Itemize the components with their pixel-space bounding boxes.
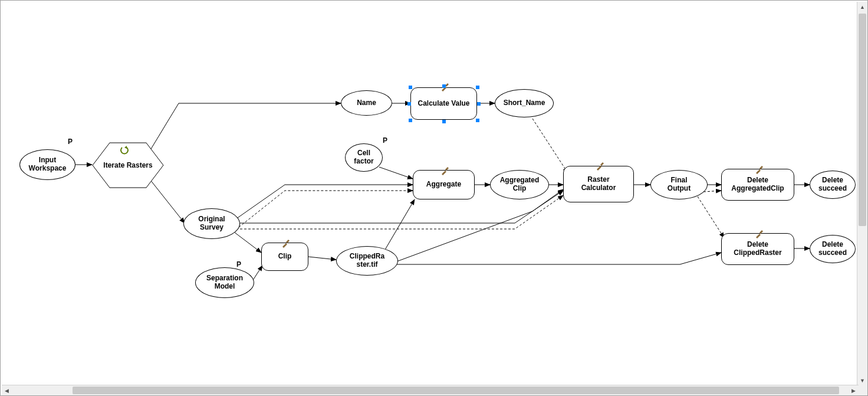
data-node-separation-model[interactable]: Separation Model	[195, 267, 254, 298]
scroll-left-arrow-icon[interactable]: ◀	[2, 385, 12, 395]
data-node-final-output[interactable]: Final Output	[650, 170, 708, 199]
node-label: Calculate Value	[417, 100, 469, 108]
selection-handle[interactable]	[476, 119, 479, 122]
node-label: Cell factor	[354, 149, 373, 166]
selection-handle[interactable]	[476, 86, 479, 89]
selection-handle[interactable]	[409, 119, 412, 122]
data-node-original-survey[interactable]: Original Survey	[183, 208, 240, 239]
node-label: Delete ClippedRaster	[734, 241, 781, 257]
vertical-scrollbar[interactable]: ▲ ▼	[857, 2, 867, 385]
selection-handle[interactable]	[409, 86, 412, 89]
tool-node-calculate-value[interactable]: Calculate Value	[410, 87, 477, 120]
hammer-icon	[596, 162, 604, 171]
hammer-icon	[755, 166, 763, 174]
data-node-short-name[interactable]: Short_Name	[495, 89, 554, 117]
node-label: Delete succeed	[818, 241, 847, 257]
scrollbar-corner	[857, 385, 867, 395]
data-node-cell-factor[interactable]: Cell factor	[345, 143, 383, 172]
node-label: ClippedRa ster.tif	[350, 253, 384, 269]
scroll-up-arrow-icon[interactable]: ▲	[857, 2, 867, 12]
selection-handle[interactable]	[477, 102, 481, 106]
iterator-loop-icon	[120, 145, 129, 155]
data-node-input-workspace[interactable]: Input Workspace	[19, 149, 75, 180]
hammer-icon	[281, 240, 290, 248]
node-label: Final Output	[668, 176, 691, 193]
data-node-name[interactable]: Name	[341, 90, 392, 116]
model-builder-window: P Input Workspace Iterate Rasters Name C…	[0, 0, 868, 396]
vertical-scroll-thumb[interactable]	[859, 14, 866, 226]
diagram-canvas[interactable]: P Input Workspace Iterate Rasters Name C…	[2, 2, 859, 385]
data-node-delete-succeed-1[interactable]: Delete succeed	[810, 171, 856, 199]
node-label: Input Workspace	[29, 156, 67, 173]
node-label: Delete succeed	[818, 176, 847, 193]
data-node-delete-succeed-2[interactable]: Delete succeed	[810, 235, 856, 263]
param-marker: P	[383, 136, 387, 145]
param-marker: P	[68, 138, 73, 146]
node-label: Original Survey	[198, 215, 225, 232]
scroll-down-arrow-icon[interactable]: ▼	[857, 375, 867, 385]
hammer-icon	[440, 167, 449, 175]
node-label: Short_Name	[504, 99, 545, 107]
node-label: Separation Model	[206, 274, 243, 291]
selection-handle[interactable]	[442, 120, 446, 123]
node-label: Aggregate	[426, 181, 461, 189]
selection-handle[interactable]	[407, 102, 411, 106]
tool-node-raster-calculator[interactable]: Raster Calculator	[563, 166, 634, 202]
node-label: Aggregated Clip	[500, 176, 540, 193]
data-node-aggregated-clip[interactable]: Aggregated Clip	[490, 170, 549, 199]
selection-handle[interactable]	[442, 84, 446, 88]
hammer-icon	[755, 230, 763, 238]
node-label: Clip	[278, 253, 292, 261]
param-marker: P	[236, 260, 241, 269]
node-label: Name	[357, 99, 376, 107]
horizontal-scrollbar[interactable]: ◀ ▶	[2, 385, 859, 395]
horizontal-scroll-thumb[interactable]	[73, 387, 839, 394]
node-label: Delete AggregatedClip	[731, 176, 784, 193]
data-node-clipped-raster[interactable]: ClippedRa ster.tif	[336, 246, 398, 276]
node-label: Raster Calculator	[581, 176, 616, 192]
